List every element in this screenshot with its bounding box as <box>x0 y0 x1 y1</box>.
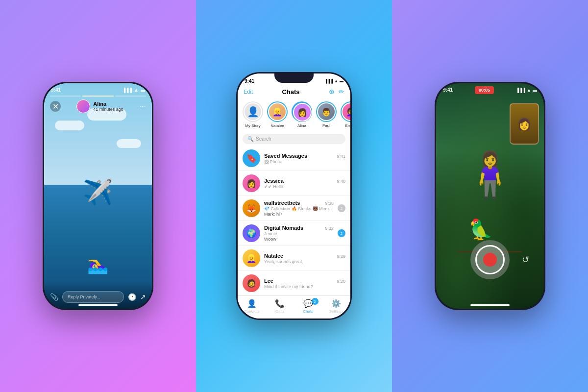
compose-icon[interactable]: ✏ <box>339 88 344 96</box>
edit-button[interactable]: Edit <box>244 89 253 95</box>
settings-icon: ⚙️ <box>331 299 341 308</box>
chat-content-wsb: wallstreetbets 9:38 💎 Collection 🔥 Stock… <box>264 200 334 217</box>
chat-top-natalee: Natalee 9:29 <box>264 253 345 259</box>
phone-chats: 9:41 ▐▐▐ ▲ ▬ Edit Chats ⊕ ✏ <box>236 72 352 320</box>
phone-story: ✈️ 🏊‍♀️ 9:41 ▐▐▐ ▲ ▬ <box>43 82 153 310</box>
natalee-chat-avatar: 👱‍♀️ <box>243 249 260 267</box>
progress-bar-2 <box>82 96 113 97</box>
time-display: 9:41 <box>245 78 254 84</box>
chat-item-lee[interactable]: 🧔 Lee 9:20 Mind if I invite my friend? <box>238 271 350 296</box>
chat-item-natalee[interactable]: 👱‍♀️ Natalee 9:29 Yeah, sounds great. <box>238 246 350 271</box>
chat-top-lee: Lee 9:20 <box>264 278 345 284</box>
story-label-natalee: Natalee <box>270 123 284 128</box>
camera-ring-inner <box>475 245 505 274</box>
video-screen: 9:41 00:05 ▐▐▐ ▲ ▬ 👩 🧍‍♀️ <box>436 83 544 309</box>
chat-content-saved: Saved Messages 9:41 🖼 Photo <box>264 153 345 164</box>
chat-top-nomads: Digital Nomads 9:32 <box>264 225 334 231</box>
story-background: ✈️ 🏊‍♀️ 9:41 ▐▐▐ ▲ ▬ <box>44 83 152 309</box>
story-ring-natalee: 👱‍♀️ <box>267 101 288 122</box>
story-item-paul[interactable]: 👨 Paul <box>316 101 337 128</box>
signal-bars-icon: ▐▐▐ <box>324 79 333 83</box>
chat-content-jessica: Jessica 9:40 ✔✔ Hello <box>264 178 345 189</box>
chat-name-natalee: Natalee <box>264 253 283 259</box>
chat-top-saved: Saved Messages 9:41 <box>264 153 345 159</box>
lee-avatar: 🧔 <box>243 274 260 292</box>
chat-preview-wsb2: Mark: hi › <box>264 212 334 217</box>
my-story-ring: 👤 + <box>243 101 263 122</box>
home-indicator <box>470 304 510 306</box>
search-bar[interactable]: 🔍 Search <box>243 134 345 144</box>
chat-preview-saved: 🖼 Photo <box>264 159 345 164</box>
chat-preview-wsb: 💎 Collection 🔥 Stocks 🐻 Memes... <box>264 206 334 211</box>
pip-preview: 👩 <box>510 103 539 145</box>
chat-item-wsb[interactable]: 🦊 wallstreetbets 9:38 💎 Collection 🔥 Sto… <box>238 196 350 221</box>
chat-content-lee: Lee 9:20 Mind if I invite my friend? <box>264 278 345 289</box>
chat-time-lee: 9:20 <box>337 279 345 284</box>
chat-name-saved: Saved Messages <box>264 153 307 159</box>
battery-icon: ▬ <box>141 88 145 93</box>
story-user-details: Alina 41 minutes ago <box>93 101 123 112</box>
story-close-button[interactable]: ✕ <box>50 101 61 112</box>
story-item-natalee[interactable]: 👱‍♀️ Natalee <box>267 101 288 128</box>
story-label-emma: Emma <box>345 123 350 128</box>
story-item-emma[interactable]: 👩‍🦱 Emma <box>341 101 350 128</box>
clock-icon[interactable]: 🕐 <box>128 293 136 301</box>
chat-time-natalee: 9:29 <box>337 254 345 259</box>
story-item-alina[interactable]: 👩 Alina <box>292 101 312 128</box>
panel-right: 9:41 00:05 ▐▐▐ ▲ ▬ 👩 🧍‍♀️ <box>392 0 588 392</box>
chat-item-jessica[interactable]: 👩 Jessica 9:40 ✔✔ Hello <box>238 171 350 196</box>
video-background: 9:41 00:05 ▐▐▐ ▲ ▬ 👩 🧍‍♀️ <box>436 83 544 309</box>
story-label-paul: Paul <box>322 123 330 128</box>
tab-chats[interactable]: 💬 Chats 2 <box>294 296 322 318</box>
chat-name-lee: Lee <box>264 278 273 284</box>
camera-ring-outer <box>470 240 510 279</box>
wifi-icon: ▲ <box>134 87 139 93</box>
story-ring-emma: 👩‍🦱 <box>341 101 350 122</box>
share-icon[interactable]: ↗ <box>140 293 146 301</box>
time-display: 9:41 <box>51 87 61 93</box>
chat-name-wsb: wallstreetbets <box>264 200 300 206</box>
floating-person: 🏊‍♀️ <box>87 255 109 275</box>
video-status-icons: ▐▐▐ ▲ ▬ <box>516 88 537 93</box>
record-button[interactable] <box>483 253 497 267</box>
my-story-label: My Story <box>245 123 261 128</box>
reply-input[interactable]: Reply Privately... <box>62 291 124 303</box>
progress-bar-1 <box>50 96 81 97</box>
chat-preview-nomads: Jennie <box>264 231 334 236</box>
tab-calls[interactable]: 📞 Calls <box>266 296 294 318</box>
attachment-icon[interactable]: 📎 <box>50 293 58 301</box>
chat-item-saved[interactable]: 🔖 Saved Messages 9:41 🖼 Photo <box>238 146 350 171</box>
story-more-icon[interactable]: ⋯ <box>139 102 146 110</box>
story-user-avatar <box>76 99 90 113</box>
chat-name-nomads: Digital Nomads <box>264 225 303 231</box>
phone-video: 9:41 00:05 ▐▐▐ ▲ ▬ 👩 🧍‍♀️ <box>435 82 545 310</box>
cloud <box>117 139 141 148</box>
chats-nav: Edit Chats ⊕ ✏ <box>238 86 350 98</box>
chats-badge: 2 <box>312 298 318 305</box>
parrot: 🦜 <box>468 218 493 241</box>
tab-settings[interactable]: ⚙️ Settings <box>322 296 351 318</box>
contacts-label: Contacts <box>244 309 260 314</box>
person-silhouette: 🧍‍♀️ <box>463 149 517 200</box>
story-ring-alina: 👩 <box>292 101 312 122</box>
chat-time-jessica: 9:40 <box>337 179 345 184</box>
tab-contacts[interactable]: 👤 Contacts <box>238 296 266 318</box>
chat-preview-natalee: Yeah, sounds great. <box>264 259 345 264</box>
chat-preview-nomads2: Woow <box>264 237 334 242</box>
nomads-avatar: 🌍 <box>243 224 260 242</box>
search-placeholder: Search <box>256 136 271 142</box>
cloud <box>55 121 84 130</box>
story-avatar-emma: 👩‍🦱 <box>342 102 350 121</box>
live-timer-badge: 00:05 <box>475 86 494 94</box>
my-story-item[interactable]: 👤 + My Story <box>243 101 263 128</box>
chat-name-jessica: Jessica <box>264 178 284 184</box>
chat-preview-lee: Mind if I invite my friend? <box>264 284 345 289</box>
story-user-info: Alina 41 minutes ago <box>76 99 123 113</box>
tab-bar: 👤 Contacts 📞 Calls 💬 Chats 2 ⚙️ Settings <box>238 295 350 318</box>
phone-notch <box>274 72 314 83</box>
chat-item-nomads[interactable]: 🌍 Digital Nomads 9:32 Jennie Woow 2 <box>238 221 350 246</box>
add-chat-icon[interactable]: ⊕ <box>329 88 335 96</box>
wifi-icon: ▲ <box>334 79 338 83</box>
stories-row: 👤 + My Story 👱‍♀️ Natalee 👩 <box>238 98 350 132</box>
camera-flip-button[interactable]: ↺ <box>522 254 529 265</box>
